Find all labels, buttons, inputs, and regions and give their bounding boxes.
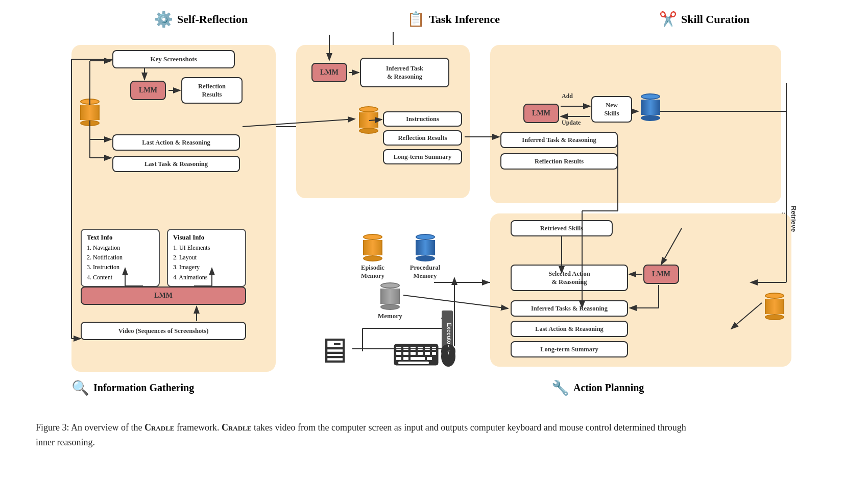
ap-retrieved-label: Retrieved Skills xyxy=(540,224,583,232)
svg-rect-38 xyxy=(425,347,430,350)
ti-instructions-box: Instructions xyxy=(383,111,462,127)
ti-inferred-task-box: Inferred Task& Reasoning xyxy=(360,58,449,87)
text-info-title: Text Info xyxy=(87,233,154,242)
sc-inferred-task-box: Inferred Task & Reasoning xyxy=(500,132,618,148)
ti-inferred-task-label: Inferred Task& Reasoning xyxy=(386,64,423,81)
ti-reflection-label: Reflection Results xyxy=(398,134,447,142)
sc-new-skills-label: NewSkills xyxy=(604,101,619,118)
ap-selected-action-box: Selected Action& Reasoning xyxy=(511,265,628,291)
svg-rect-39 xyxy=(432,347,436,350)
visual-info-box: Visual Info 1. UI Elements2. Layout3. Im… xyxy=(167,229,246,287)
svg-rect-46 xyxy=(396,357,401,360)
info-gathering-icon: 🔍 xyxy=(71,379,89,396)
sc-new-skills-box: NewSkills xyxy=(591,96,632,123)
ap-retrieved-skills-box: Retrieved Skills xyxy=(511,220,613,236)
sc-db-blue xyxy=(639,93,662,121)
visual-info-items: 1. UI Elements2. Layout3. Imagery4. Anim… xyxy=(173,243,240,282)
svg-rect-44 xyxy=(425,352,430,355)
mouse-icon xyxy=(440,341,456,368)
keyboard-mouse-area xyxy=(393,341,456,368)
sr-last-task-box: Last Task & Reasoning xyxy=(112,156,240,172)
diagram-container: ⚙️ Self-Reflection 📋 Task Inference ✂️ S… xyxy=(36,10,832,450)
svg-rect-34 xyxy=(396,347,401,350)
ti-db-orange xyxy=(357,106,380,134)
ap-long-term-box: Long-term Summary xyxy=(511,341,628,357)
procedural-memory-db xyxy=(414,234,437,261)
sc-lmm-box: LMM xyxy=(523,104,559,123)
episodic-memory-section: Episodic Memory xyxy=(352,234,393,280)
ap-last-action-box: Last Action & Reasoning xyxy=(511,321,628,337)
sc-reflection-label: Reflection Results xyxy=(535,157,584,165)
svg-rect-47 xyxy=(403,357,408,360)
key-screenshots-box: Key Screenshots xyxy=(112,50,235,68)
ti-lmm-label: LMM xyxy=(320,68,339,77)
skill-curation-icon: ✂️ xyxy=(659,11,677,28)
caption-brand2: Cradle xyxy=(222,422,252,433)
procedural-memory-label: Procedural Memory xyxy=(403,264,447,280)
ti-long-term-box: Long-term Summary xyxy=(383,149,462,164)
task-inference-header: 📋 Task Inference xyxy=(407,10,500,28)
caption-brand: Cradle xyxy=(144,422,175,433)
ap-db-orange xyxy=(763,293,786,320)
visual-info-title: Visual Info xyxy=(173,233,240,242)
sr-db-orange xyxy=(79,99,101,126)
self-reflection-header: ⚙️ Self-Reflection xyxy=(154,10,248,28)
action-planning-title: Action Planning xyxy=(573,382,644,394)
figure-caption: Figure 3: An overview of the Cradle fram… xyxy=(36,420,700,450)
sr-last-action-box: Last Action & Reasoning xyxy=(112,134,240,151)
ti-reflection-results-box: Reflection Results xyxy=(383,130,462,146)
info-gathering-title: Information Gathering xyxy=(93,382,194,394)
section-headers: ⚙️ Self-Reflection 📋 Task Inference ✂️ S… xyxy=(36,10,832,28)
ap-inferred-tasks-box: Inferred Tasks & Reasoning xyxy=(511,300,628,317)
svg-rect-50 xyxy=(398,362,429,364)
action-planning-icon: 🔧 xyxy=(551,379,569,396)
ap-long-term-label: Long-term Summary xyxy=(540,345,598,353)
memory-section: Memory xyxy=(378,282,402,320)
add-label: Add xyxy=(562,92,573,100)
ti-long-term-label: Long-term Summary xyxy=(394,153,452,161)
sr-last-action-label: Last Action & Reasoning xyxy=(142,138,210,147)
sr-reflection-results-box: ReflectionResults xyxy=(181,77,243,104)
skill-curation-title: Skill Curation xyxy=(681,13,750,26)
ap-inferred-label: Inferred Tasks & Reasoning xyxy=(531,304,608,313)
procedural-memory-section: Procedural Memory xyxy=(403,234,447,280)
caption-middle: framework. xyxy=(174,422,221,433)
ti-lmm-box: LMM xyxy=(311,63,347,82)
sc-reflection-results-box: Reflection Results xyxy=(500,153,618,170)
svg-rect-45 xyxy=(432,352,436,355)
task-inference-title: Task Inference xyxy=(429,13,500,26)
sc-inferred-label: Inferred Task & Reasoning xyxy=(522,136,596,144)
self-reflection-title: Self-Reflection xyxy=(177,13,248,26)
svg-rect-40 xyxy=(396,352,401,355)
svg-rect-48 xyxy=(411,357,425,360)
video-label: Video (Sequences of Screenshots) xyxy=(118,327,209,335)
memory-label: Memory xyxy=(378,312,402,320)
text-info-items: 1. Navigation2. Notification3. Instructi… xyxy=(87,243,154,282)
self-reflection-icon: ⚙️ xyxy=(154,10,173,28)
svg-rect-43 xyxy=(418,352,423,355)
caption-prefix: Figure 3: An overview of the xyxy=(36,422,144,433)
keyboard-icon xyxy=(393,343,439,366)
info-gathering-header: 🔍 Information Gathering xyxy=(71,379,194,396)
sr-last-task-label: Last Task & Reasoning xyxy=(144,160,208,168)
monitor-icon: 🖥 xyxy=(317,333,351,368)
svg-rect-35 xyxy=(403,347,408,350)
memory-db xyxy=(379,282,401,310)
svg-rect-36 xyxy=(411,347,416,350)
ap-lmm-box: LMM xyxy=(643,265,679,284)
ap-lmm-label: LMM xyxy=(652,270,670,279)
sr-lmm-full: LMM xyxy=(81,286,246,305)
sr-lmm-full-label: LMM xyxy=(154,291,173,300)
full-diagram: Executor Key Screenshots LMM xyxy=(46,32,822,410)
video-box: Video (Sequences of Screenshots) xyxy=(81,322,246,340)
sc-lmm-label: LMM xyxy=(532,109,550,118)
ti-instructions-label: Instructions xyxy=(406,115,439,123)
sr-reflection-results-label: ReflectionResults xyxy=(198,82,226,99)
text-info-box: Text Info 1. Navigation2. Notification3.… xyxy=(81,229,160,287)
skill-curation-header: ✂️ Skill Curation xyxy=(659,10,750,28)
svg-rect-42 xyxy=(411,352,416,355)
sr-lmm-box: LMM xyxy=(130,81,166,100)
svg-rect-41 xyxy=(403,352,408,355)
episodic-memory-db xyxy=(361,234,384,261)
update-label: Update xyxy=(562,119,581,127)
